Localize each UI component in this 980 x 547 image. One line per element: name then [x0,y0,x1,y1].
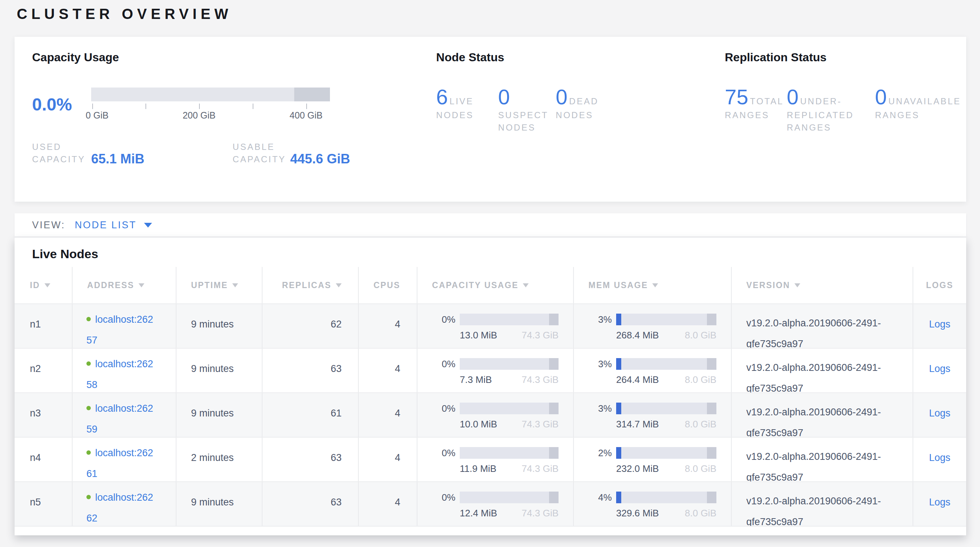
node-address-link[interactable]: localhost:26258 [86,358,153,390]
column-header-capacity-usage[interactable]: CAPACITY USAGE [417,267,573,304]
node-address-link[interactable]: localhost:26262 [86,492,153,524]
node-address-cell: localhost:26257 [72,304,176,348]
replication-status-heading: Replication Status [725,51,966,64]
sort-desc-icon[interactable] [523,283,529,287]
logs-link[interactable]: Logs [929,408,950,419]
column-header-uptime[interactable]: UPTIME [176,267,262,304]
mem-percent-label: 3% [589,358,612,370]
live-nodes-card: Live Nodes ID ADDRESS UPTIME REPLICAS CP… [14,237,966,535]
node-id-cell: n3 [14,393,72,437]
mem-percent-label: 4% [589,492,612,503]
capacity-bar-reserved-segment [549,402,558,414]
logs-link[interactable]: Logs [929,319,950,330]
capacity-usage-bar [460,491,558,503]
capacity-usage-bar [460,402,558,414]
live-status-dot-icon [86,495,91,499]
logs-link[interactable]: Logs [929,363,950,374]
sort-desc-icon[interactable] [794,283,800,287]
capacity-total-value: 74.3 GiB [522,507,558,519]
capacity-percent: 0.0% [32,94,91,114]
node-version-cell: v19.2.0-alpha.20190606-2491-gfe735c9a97 [731,437,913,481]
column-header-address[interactable]: ADDRESS [72,267,176,304]
capacity-total-value: 74.3 GiB [522,419,558,430]
capacity-bar-reserved-segment [549,447,558,459]
capacity-bar-reserved-segment [549,313,558,325]
table-row: n5 localhost:26262 9 minutes 63 4 0% [14,481,966,526]
capacity-bar-reserved-segment [294,87,330,102]
column-header-replicas[interactable]: REPLICAS [262,267,358,304]
axis-label-400: 400 GiB [290,110,322,121]
mem-total-value: 8.0 GiB [685,419,716,430]
used-capacity-label: USED CAPACITY [32,141,91,165]
partially-visible-next-row [14,526,966,535]
cluster-overview-page: CLUSTER OVERVIEW Capacity Usage 0.0% 0 G… [0,0,980,547]
live-nodes-count: 6 [436,85,448,109]
column-header-version[interactable]: VERSION [731,267,913,304]
unavailable-ranges-count: 0 [875,85,887,109]
capacity-usage-bar [91,87,330,102]
total-ranges-count: 75 [725,85,748,109]
mem-bar-fill [616,358,621,370]
usable-capacity-stat: USABLE CAPACITY 445.6 GiB [232,141,350,165]
column-header-cpus: CPUS [358,267,417,304]
unavailable-ranges-label: UNAVAILABLE RANGES [875,96,961,120]
capacity-used-value: 10.0 MiB [460,419,497,430]
axis-label-0: 0 GiB [86,110,109,121]
node-cpus-cell: 4 [358,348,417,393]
summary-card: Capacity Usage 0.0% 0 GiB 200 GiB 400 Gi… [14,37,966,202]
capacity-used-value: 12.4 MiB [460,507,497,519]
capacity-percent-label: 0% [432,492,455,503]
column-header-id[interactable]: ID [14,267,72,304]
live-status-dot-icon [86,361,91,366]
capacity-axis-ticks [91,103,330,110]
mem-bar-reserved-segment [707,491,716,503]
mem-percent-label: 3% [589,403,612,414]
live-status-dot-icon [86,317,91,321]
logs-link[interactable]: Logs [929,452,950,463]
node-address-link[interactable]: localhost:26261 [86,447,153,479]
live-status-dot-icon [86,450,91,455]
capacity-usage-bar [460,358,558,370]
node-address-link[interactable]: localhost:26257 [86,314,153,346]
under-replicated-ranges-stat: 0 UNDER- REPLICATED RANGES [787,84,875,134]
sort-desc-icon[interactable] [45,283,50,287]
node-replicas-cell: 61 [262,393,358,437]
node-cpus-cell: 4 [358,482,417,526]
sort-desc-icon[interactable] [652,283,658,287]
live-nodes-heading: Live Nodes [14,247,966,261]
mem-used-value: 264.4 MiB [616,374,659,385]
node-replicas-cell: 63 [262,437,358,481]
node-capacity-usage-cell: 0% 7.3 MiB 74.3 GiB [417,348,573,393]
mem-bar-fill [616,402,621,414]
view-selector[interactable]: NODE LIST [75,219,152,231]
live-status-dot-icon [86,406,91,410]
node-replicas-cell: 63 [262,482,358,526]
dead-nodes-stat: 0 DEAD NODES [555,84,636,134]
mem-total-value: 8.0 GiB [685,330,716,341]
sort-desc-icon[interactable] [336,283,342,287]
mem-bar-reserved-segment [707,447,716,459]
node-version-cell: v19.2.0-alpha.20190606-2491-gfe735c9a97 [731,304,913,348]
sort-desc-icon[interactable] [232,283,238,287]
mem-bar-reserved-segment [707,402,716,414]
mem-used-value: 314.7 MiB [616,419,659,430]
node-capacity-usage-cell: 0% 12.4 MiB 74.3 GiB [417,482,573,526]
node-address-link[interactable]: localhost:26259 [86,403,153,435]
mem-usage-bar [616,313,716,325]
capacity-usage-bar [460,447,558,459]
column-header-mem-usage[interactable]: MEM USAGE [573,267,731,304]
total-ranges-stat: 75 TOTAL RANGES [725,84,787,134]
mem-used-value: 268.4 MiB [616,330,659,341]
node-capacity-usage-cell: 0% 10.0 MiB 74.3 GiB [417,393,573,437]
mem-total-value: 8.0 GiB [685,507,716,519]
node-replicas-cell: 63 [262,348,358,393]
capacity-percent-label: 0% [432,403,455,414]
mem-percent-label: 3% [589,314,612,325]
node-logs-cell: Logs [913,304,966,348]
sort-desc-icon[interactable] [138,283,145,287]
node-uptime-cell: 9 minutes [176,348,262,393]
logs-link[interactable]: Logs [929,497,950,507]
node-status-heading: Node Status [436,51,725,64]
node-id-cell: n2 [14,348,72,393]
capacity-percent-label: 0% [432,358,455,370]
